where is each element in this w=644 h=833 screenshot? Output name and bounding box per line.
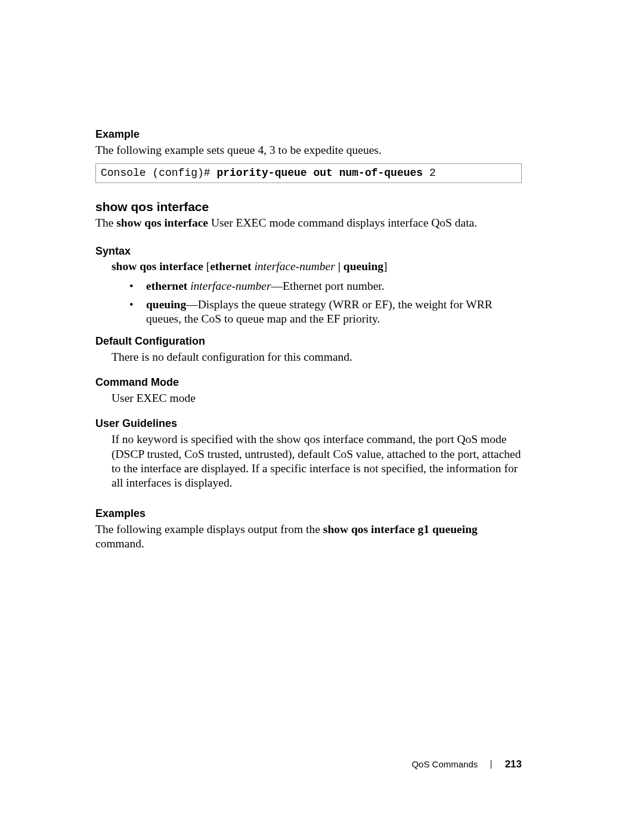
syntax-arg: interface-number — [254, 260, 335, 272]
bullet-desc: —Displays the queue strategy (WRR or EF)… — [146, 298, 493, 325]
bullet-desc: —Ethernet port number. — [271, 280, 385, 292]
example-description: The following example sets queue 4, 3 to… — [95, 143, 522, 157]
syntax-b1: show qos interface — [112, 260, 206, 272]
intro-suffix: User EXEC mode command displays interfac… — [208, 216, 477, 229]
list-item: ethernet interface-number—Ethernet port … — [129, 279, 522, 293]
footer-section: QoS Commands — [411, 759, 478, 769]
syntax-usage: show qos interface [ethernet interface-n… — [112, 260, 522, 273]
command-mode-heading: Command Mode — [95, 376, 522, 389]
default-config-heading: Default Configuration — [95, 335, 522, 348]
bullet-keyword: queuing — [146, 298, 186, 311]
code-suffix: 2 — [423, 167, 436, 179]
syntax-heading: Syntax — [95, 245, 522, 258]
command-intro: The show qos interface User EXEC mode co… — [95, 216, 522, 230]
page: Example The following example sets queue… — [0, 0, 644, 833]
examples-heading: Examples — [95, 507, 522, 520]
bullet-arg: interface-number — [190, 280, 271, 292]
bullet-keyword: ethernet — [146, 280, 190, 292]
intro-prefix: The — [95, 216, 116, 229]
examples-suffix: command. — [95, 537, 144, 550]
examples-command: show qos interface g1 queueing — [323, 523, 478, 535]
code-command: priority-queue out num-of-queues — [216, 167, 423, 179]
footer-page-number: 213 — [505, 758, 522, 770]
examples-prefix: The following example displays output fr… — [95, 523, 323, 535]
list-item: queuing—Displays the queue strategy (WRR… — [129, 298, 522, 327]
code-block: Console (config)# priority-queue out num… — [95, 163, 522, 183]
examples-text: The following example displays output fr… — [95, 522, 522, 552]
syntax-b3: queuing — [343, 260, 383, 272]
example-heading: Example — [95, 128, 522, 141]
page-footer: QoS Commands 213 — [411, 758, 522, 770]
user-guidelines-body: If no keyword is specified with the show… — [112, 432, 522, 491]
syntax-bullet-list: ethernet interface-number—Ethernet port … — [129, 279, 522, 326]
syntax-bracket-close: ] — [383, 260, 388, 272]
command-mode-body: User EXEC mode — [112, 391, 522, 405]
command-title: show qos interface — [95, 200, 522, 214]
intro-command-name: show qos interface — [116, 216, 208, 229]
code-prefix: Console (config)# — [101, 167, 216, 179]
syntax-b2: ethernet — [210, 260, 254, 272]
footer-separator — [491, 760, 491, 769]
default-config-body: There is no default configuration for th… — [112, 350, 522, 364]
user-guidelines-heading: User Guidelines — [95, 417, 522, 430]
syntax-sep: | — [335, 260, 343, 272]
